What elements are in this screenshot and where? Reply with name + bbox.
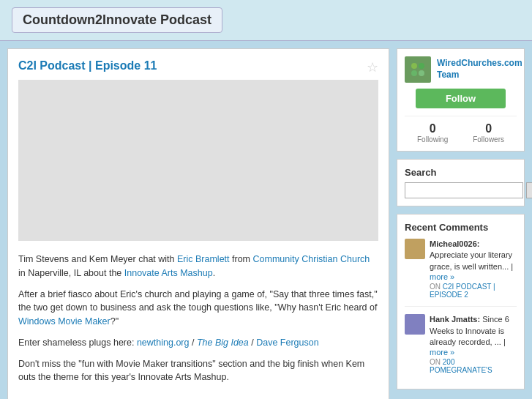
svg-point-0 bbox=[411, 63, 417, 69]
svg-point-3 bbox=[419, 70, 424, 76]
search-row: Search bbox=[405, 182, 517, 198]
content-body: Tim Stevens and Kem Meyer chat with Eric… bbox=[18, 253, 378, 384]
comment-text-2: Hank Jmatts: Since 6 Weeks to Innovate i… bbox=[430, 314, 517, 348]
stats-row: 0 Following 0 Followers bbox=[405, 116, 517, 143]
comment-more-2[interactable]: more » bbox=[430, 348, 517, 357]
comment-on-link-2[interactable]: 200 POMEGRANATE'S bbox=[430, 358, 492, 374]
video-embed bbox=[18, 80, 378, 241]
paragraph-2: After a brief fiasco about Eric's church… bbox=[18, 288, 378, 329]
star-icon[interactable]: ☆ bbox=[367, 59, 378, 75]
search-input[interactable] bbox=[405, 182, 523, 198]
app-title: Countdown2Innovate Podcast bbox=[12, 7, 222, 33]
comment-more-1[interactable]: more » bbox=[430, 272, 517, 281]
search-label: Search bbox=[405, 167, 517, 178]
comment-on-1: ON C2I PODCAST | EPISODE 2 bbox=[430, 283, 517, 299]
profile-name[interactable]: WiredChurches.com Team bbox=[437, 58, 522, 81]
followers-count: 0 bbox=[473, 122, 504, 135]
main-layout: ☆ C2I Podcast | Episode 11 Tim Stevens a… bbox=[0, 41, 532, 399]
comment-author-1: Micheal0026: bbox=[430, 239, 479, 248]
paragraph-3: Enter shameless plugs here: newthing.org… bbox=[18, 336, 378, 350]
follow-button[interactable]: Follow bbox=[416, 89, 505, 108]
paragraph-1: Tim Stevens and Kem Meyer chat with Eric… bbox=[18, 253, 378, 280]
comment-avatar-2 bbox=[405, 314, 425, 335]
comment-item: Micheal0026: Appreciate your literary gr… bbox=[405, 239, 517, 307]
link-community-christian-church[interactable]: Community Christian Church bbox=[252, 254, 370, 264]
app-header: Countdown2Innovate Podcast bbox=[0, 0, 532, 41]
link-windows-movie-maker[interactable]: Windows Movie Maker bbox=[18, 316, 110, 327]
recent-comments-title: Recent Comments bbox=[405, 222, 517, 233]
content-area: ☆ C2I Podcast | Episode 11 Tim Stevens a… bbox=[7, 48, 389, 399]
search-section: Search Search bbox=[397, 159, 525, 206]
link-innovate-arts-mashup[interactable]: Innovate Arts Mashup bbox=[124, 268, 213, 278]
following-stat: 0 Following bbox=[417, 122, 448, 143]
comment-text-1: Micheal0026: Appreciate your literary gr… bbox=[430, 239, 517, 272]
link-the-big-idea[interactable]: The Big Idea bbox=[197, 338, 249, 348]
link-dave-ferguson[interactable]: Dave Ferguson bbox=[256, 338, 318, 348]
svg-point-2 bbox=[411, 70, 417, 76]
sidebar: WiredChurches.com Team Follow 0 Followin… bbox=[397, 48, 525, 399]
avatar bbox=[405, 56, 431, 83]
comment-on-2: ON 200 POMEGRANATE'S bbox=[430, 358, 517, 374]
comment-avatar-1 bbox=[405, 239, 425, 259]
comment-content-1: Micheal0026: Appreciate your literary gr… bbox=[430, 239, 517, 299]
link-eric-bramlett[interactable]: Eric Bramlett bbox=[177, 254, 230, 264]
recent-comments-section: Recent Comments Micheal0026: Appreciate … bbox=[397, 214, 525, 389]
comment-content-2: Hank Jmatts: Since 6 Weeks to Innovate i… bbox=[430, 314, 517, 374]
paragraph-4: Don't miss the "fun with Movie Maker tra… bbox=[18, 357, 378, 385]
following-label: Following bbox=[417, 135, 448, 143]
svg-point-1 bbox=[419, 63, 424, 69]
profile-card: WiredChurches.com Team Follow 0 Followin… bbox=[397, 48, 525, 152]
content-title: C2I Podcast | Episode 11 bbox=[18, 59, 378, 72]
following-count: 0 bbox=[417, 122, 448, 135]
content-title-row: ☆ C2I Podcast | Episode 11 bbox=[18, 59, 378, 72]
comment-on-link-1[interactable]: C2I PODCAST | EPISODE 2 bbox=[430, 283, 495, 299]
followers-stat: 0 Followers bbox=[473, 122, 504, 143]
comment-item-2: Hank Jmatts: Since 6 Weeks to Innovate i… bbox=[405, 314, 517, 381]
profile-header: WiredChurches.com Team bbox=[405, 56, 517, 83]
search-button[interactable]: Search bbox=[526, 182, 532, 198]
followers-label: Followers bbox=[473, 135, 504, 143]
comment-author-2: Hank Jmatts: bbox=[430, 315, 480, 324]
link-newthing[interactable]: newthing.org bbox=[137, 338, 190, 348]
